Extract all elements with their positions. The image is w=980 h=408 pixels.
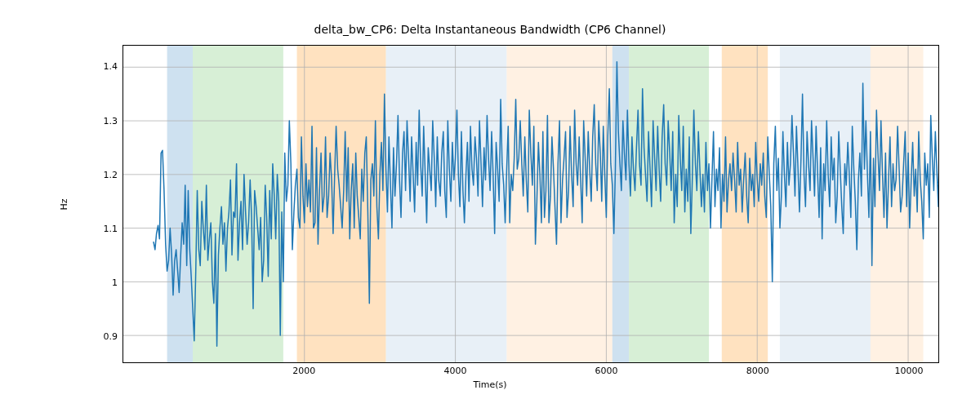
svg-rect-7 — [722, 46, 768, 362]
svg-rect-9 — [871, 46, 924, 362]
svg-rect-4 — [506, 46, 612, 362]
y-axis-label: Hz — [57, 0, 70, 408]
y-tick-label: 1.2 — [85, 169, 118, 180]
figure: delta_bw_CP6: Delta Instantaneous Bandwi… — [0, 0, 980, 408]
y-tick-label: 0.9 — [85, 330, 118, 341]
x-tick-label: 2000 — [292, 366, 315, 376]
y-tick-label: 1.3 — [85, 115, 118, 126]
x-tick-label: 10000 — [894, 366, 923, 376]
plot-svg — [123, 46, 938, 362]
x-axis-label: Time(s) — [0, 379, 980, 390]
plot-area — [122, 45, 939, 363]
svg-rect-6 — [629, 46, 709, 362]
y-tick-label: 1.4 — [85, 61, 118, 72]
svg-rect-8 — [780, 46, 871, 362]
x-tick-label: 8000 — [746, 366, 769, 376]
y-tick-label: 1 — [85, 277, 118, 287]
x-tick-label: 4000 — [443, 366, 466, 376]
x-tick-label: 6000 — [595, 366, 618, 376]
y-tick-label: 1.1 — [85, 223, 118, 233]
chart-title: delta_bw_CP6: Delta Instantaneous Bandwi… — [0, 23, 980, 36]
